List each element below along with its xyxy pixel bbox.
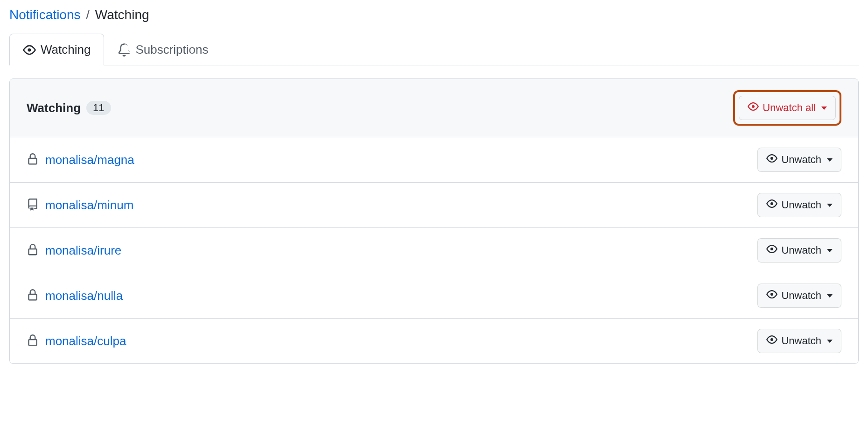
- unwatch-button[interactable]: Unwatch: [757, 284, 841, 308]
- watching-count-badge: 11: [86, 101, 111, 115]
- box-title-text: Watching: [27, 101, 81, 115]
- caret-down-icon: [827, 340, 833, 343]
- caret-down-icon: [827, 294, 833, 298]
- bell-icon: [118, 43, 131, 57]
- repo-row-left: monalisa/magna: [27, 153, 134, 167]
- caret-down-icon: [827, 158, 833, 162]
- repo-list: monalisa/magnaUnwatchmonalisa/minumUnwat…: [10, 137, 858, 363]
- unwatch-all-label: Unwatch all: [763, 102, 816, 114]
- caret-down-icon: [821, 106, 827, 110]
- breadcrumb-current: Watching: [95, 7, 149, 22]
- lock-icon: [27, 244, 39, 257]
- tab-watching-label: Watching: [41, 43, 91, 57]
- lock-icon: [27, 289, 39, 303]
- unwatch-button-label: Unwatch: [781, 335, 821, 347]
- repo-row: monalisa/nullaUnwatch: [10, 273, 858, 319]
- unwatch-button[interactable]: Unwatch: [757, 329, 841, 353]
- repo-link[interactable]: monalisa/irure: [45, 243, 121, 258]
- tab-subscriptions-label: Subscriptions: [135, 43, 208, 57]
- eye-icon: [766, 289, 777, 303]
- breadcrumb: Notifications / Watching: [9, 0, 859, 34]
- watching-box: Watching 11 Unwatch all monalisa/magnaUn…: [9, 78, 859, 364]
- repo-link[interactable]: monalisa/nulla: [45, 289, 123, 303]
- eye-icon: [23, 43, 36, 57]
- repo-link[interactable]: monalisa/minum: [45, 198, 133, 213]
- lock-icon: [27, 153, 39, 167]
- unwatch-button-label: Unwatch: [781, 290, 821, 302]
- box-header: Watching 11 Unwatch all: [10, 79, 858, 137]
- repo-row-left: monalisa/culpa: [27, 334, 126, 348]
- caret-down-icon: [827, 204, 833, 207]
- repo-row-left: monalisa/minum: [27, 198, 133, 213]
- tabs: Watching Subscriptions: [9, 34, 859, 65]
- caret-down-icon: [827, 249, 833, 252]
- unwatch-button[interactable]: Unwatch: [757, 238, 841, 263]
- unwatch-button[interactable]: Unwatch: [757, 148, 841, 172]
- tab-subscriptions[interactable]: Subscriptions: [104, 34, 222, 65]
- repo-icon: [27, 199, 39, 212]
- box-title: Watching 11: [27, 101, 111, 115]
- tab-watching[interactable]: Watching: [9, 34, 104, 65]
- repo-link[interactable]: monalisa/magna: [45, 153, 134, 167]
- repo-row-left: monalisa/nulla: [27, 289, 123, 303]
- eye-icon: [766, 334, 777, 348]
- unwatch-all-highlight: Unwatch all: [733, 90, 841, 126]
- eye-icon: [766, 198, 777, 212]
- unwatch-button-label: Unwatch: [781, 199, 821, 211]
- repo-row: monalisa/minumUnwatch: [10, 183, 858, 228]
- breadcrumb-parent-link[interactable]: Notifications: [9, 7, 81, 22]
- repo-row: monalisa/irureUnwatch: [10, 228, 858, 273]
- unwatch-button[interactable]: Unwatch: [757, 193, 841, 217]
- lock-icon: [27, 334, 39, 348]
- repo-link[interactable]: monalisa/culpa: [45, 334, 126, 348]
- eye-icon: [766, 153, 777, 167]
- unwatch-all-button[interactable]: Unwatch all: [739, 96, 836, 120]
- unwatch-button-label: Unwatch: [781, 244, 821, 256]
- eye-icon: [748, 101, 759, 115]
- repo-row: monalisa/magnaUnwatch: [10, 137, 858, 183]
- repo-row: monalisa/culpaUnwatch: [10, 319, 858, 363]
- unwatch-button-label: Unwatch: [781, 154, 821, 166]
- repo-row-left: monalisa/irure: [27, 243, 121, 258]
- breadcrumb-separator: /: [86, 7, 90, 22]
- eye-icon: [766, 243, 777, 257]
